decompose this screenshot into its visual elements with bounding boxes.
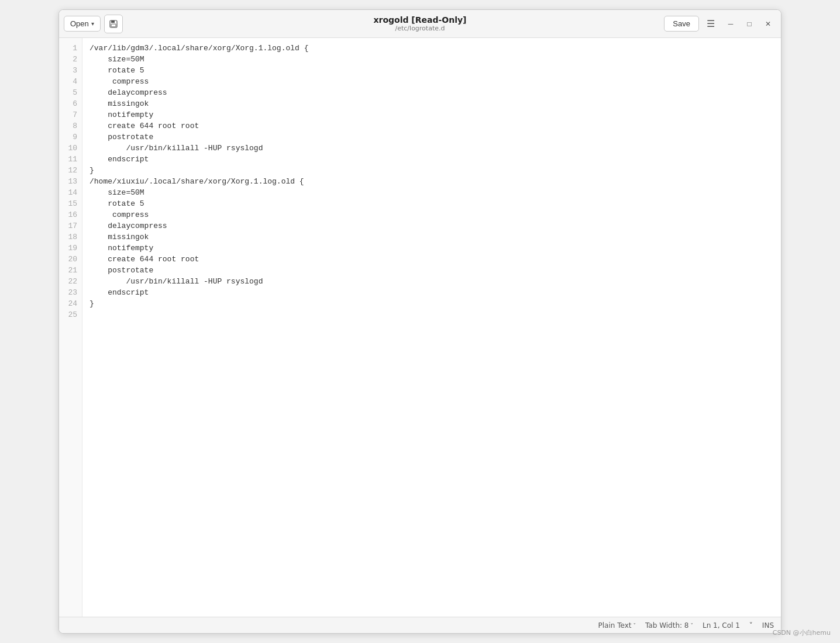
save-button[interactable]: Save — [664, 16, 699, 32]
line-number: 9 — [59, 132, 82, 143]
open-label: Open — [70, 19, 89, 28]
code-line: /usr/bin/killall -HUP rsyslogd — [89, 143, 781, 154]
close-button[interactable]: ✕ — [760, 16, 776, 32]
position-label: Ln 1, Col 1 — [703, 621, 740, 630]
code-line: create 644 root root — [89, 254, 781, 265]
code-line: notifempty — [89, 109, 781, 120]
code-line: size=50M — [89, 187, 781, 198]
line-number: 2 — [59, 54, 82, 65]
line-number: 6 — [59, 98, 82, 109]
svg-rect-1 — [111, 20, 115, 23]
code-line: compress — [89, 76, 781, 87]
line-number: 25 — [59, 309, 82, 320]
code-line: delaycompress — [89, 87, 781, 98]
tab-width-label: Tab Width: 8 — [645, 621, 688, 630]
code-line: /usr/bin/killall -HUP rsyslogd — [89, 276, 781, 287]
titlebar-left: Open ▾ — [64, 15, 123, 33]
language-selector[interactable]: Plain Text ˅ — [598, 621, 636, 630]
line-number: 11 — [59, 154, 82, 165]
statusbar: Plain Text ˅ Tab Width: 8 ˅ Ln 1, Col 1 … — [59, 617, 781, 633]
down-arrow-indicator[interactable]: ˅ — [749, 621, 753, 630]
main-window: Open ▾ xrogold [Read-Only] /etc/logrotat… — [58, 9, 782, 634]
close-icon: ✕ — [765, 20, 771, 28]
line-number: 3 — [59, 65, 82, 76]
hamburger-icon: ☰ — [707, 18, 715, 29]
line-number: 10 — [59, 143, 82, 154]
titlebar: Open ▾ xrogold [Read-Only] /etc/logrotat… — [59, 10, 781, 38]
window-title: xrogold [Read-Only] — [373, 15, 466, 25]
code-line: missingok — [89, 231, 781, 243]
language-label: Plain Text — [598, 621, 632, 630]
line-number: 24 — [59, 298, 82, 309]
line-number: 22 — [59, 276, 82, 287]
watermark: CSDN @小白hemu — [773, 628, 831, 637]
position-indicator[interactable]: Ln 1, Col 1 — [703, 621, 740, 630]
code-line: } — [89, 165, 781, 176]
line-number: 17 — [59, 220, 82, 231]
menu-button[interactable]: ☰ — [701, 15, 720, 33]
language-chevron-icon: ˅ — [634, 623, 636, 628]
maximize-button[interactable]: □ — [741, 16, 758, 32]
line-number: 5 — [59, 87, 82, 98]
code-line: postrotate — [89, 265, 781, 276]
line-number: 14 — [59, 187, 82, 198]
code-line: } — [89, 298, 781, 309]
minimize-button[interactable]: ─ — [722, 16, 739, 32]
svg-rect-2 — [111, 24, 116, 27]
line-number: 8 — [59, 120, 82, 132]
minimize-icon: ─ — [728, 20, 734, 28]
line-number: 12 — [59, 165, 82, 176]
code-line: delaycompress — [89, 220, 781, 231]
code-line: endscript — [89, 287, 781, 298]
line-number: 18 — [59, 231, 82, 243]
line-number: 20 — [59, 254, 82, 265]
code-content[interactable]: /var/lib/gdm3/.local/share/xorg/Xorg.1.l… — [82, 38, 781, 617]
line-number: 21 — [59, 265, 82, 276]
line-number: 4 — [59, 76, 82, 87]
line-number: 15 — [59, 198, 82, 209]
code-line: endscript — [89, 154, 781, 165]
code-line: /var/lib/gdm3/.local/share/xorg/Xorg.1.l… — [89, 43, 781, 54]
code-line: create 644 root root — [89, 120, 781, 132]
editor-area: 1234567891011121314151617181920212223242… — [59, 38, 781, 617]
down-arrow-icon: ˅ — [749, 621, 753, 630]
code-line: notifempty — [89, 243, 781, 254]
tab-width-selector[interactable]: Tab Width: 8 ˅ — [645, 621, 693, 630]
code-line: rotate 5 — [89, 198, 781, 209]
code-line: postrotate — [89, 132, 781, 143]
tab-width-chevron-icon: ˅ — [690, 623, 693, 628]
maximize-icon: □ — [747, 20, 751, 28]
code-line: missingok — [89, 98, 781, 109]
titlebar-center: xrogold [Read-Only] /etc/logrotate.d — [373, 15, 466, 32]
line-number: 13 — [59, 176, 82, 187]
open-chevron-icon: ▾ — [91, 20, 94, 27]
floppy-icon — [109, 20, 118, 28]
line-number: 16 — [59, 209, 82, 220]
code-line: /home/xiuxiu/.local/share/xorg/Xorg.1.lo… — [89, 176, 781, 187]
code-line: size=50M — [89, 54, 781, 65]
titlebar-right: Save ☰ ─ □ ✕ — [664, 15, 776, 33]
code-line: rotate 5 — [89, 65, 781, 76]
line-number: 23 — [59, 287, 82, 298]
line-numbers: 1234567891011121314151617181920212223242… — [59, 38, 82, 617]
open-button[interactable]: Open ▾ — [64, 16, 101, 32]
save-icon-button[interactable] — [104, 15, 123, 33]
line-number: 19 — [59, 243, 82, 254]
window-subtitle: /etc/logrotate.d — [373, 25, 466, 32]
code-line: compress — [89, 209, 781, 220]
line-number: 7 — [59, 109, 82, 120]
line-number: 1 — [59, 43, 82, 54]
